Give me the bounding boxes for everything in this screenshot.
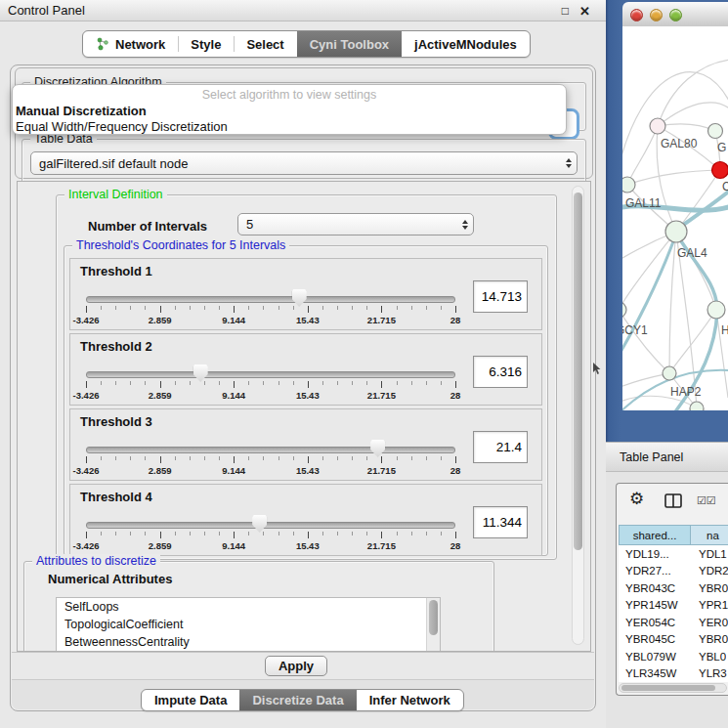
close-light[interactable] <box>630 9 643 21</box>
tab-discretize-data[interactable]: Discretize Data <box>239 690 356 710</box>
tick-mark <box>115 456 116 460</box>
threshold-value-input[interactable] <box>473 280 528 313</box>
apply-button[interactable]: Apply <box>265 656 327 676</box>
cell-shared-name: YPR145W <box>619 599 691 611</box>
cell-name: YBR0 <box>691 633 728 645</box>
threshold-slider-track[interactable] <box>86 371 455 378</box>
tick-mark <box>397 532 398 535</box>
network-node-gal11[interactable] <box>622 177 635 193</box>
tick-mark <box>219 532 220 535</box>
network-node[interactable] <box>690 402 704 410</box>
tick-mark <box>293 306 294 310</box>
table-row[interactable]: YDR27...YDR2 <box>619 563 728 580</box>
attribute-item-topologicalcoefficient[interactable]: TopologicalCoefficient <box>57 616 440 633</box>
number-of-intervals-combobox[interactable]: 5 <box>237 213 474 236</box>
threshold-value-input[interactable] <box>473 506 528 538</box>
table-row[interactable]: YLR345WYLR3 <box>619 665 728 683</box>
settings-gear-icon[interactable]: ⚙ <box>629 491 644 507</box>
threshold-slider-thumb[interactable] <box>292 289 307 307</box>
algorithm-option-manual[interactable]: Manual Discretization <box>13 104 566 119</box>
checkbox-options-icon[interactable]: ☑☑ <box>697 494 716 507</box>
tick-mark <box>293 381 294 385</box>
tab-select[interactable]: Select <box>234 31 296 57</box>
threshold-label: Threshold 2 <box>80 339 152 354</box>
tick-mark <box>175 456 176 460</box>
threshold-slider-track[interactable] <box>86 522 455 529</box>
tab-label: Impute Data <box>154 693 227 707</box>
numerical-attributes-list[interactable]: SelfLoopsTopologicalCoefficientBetweenne… <box>56 597 441 652</box>
attribute-item-betweennesscentrality[interactable]: BetweennessCentrality <box>57 633 440 651</box>
attributes-list-scrollbar-thumb[interactable] <box>429 600 438 635</box>
thresholds-group: Threshold's Coordinates for 5 Intervals … <box>64 245 548 556</box>
threshold-value-input[interactable] <box>473 431 528 463</box>
bottom-tabstrip: Impute DataDiscretize DataInfer Network <box>12 679 594 709</box>
tab-infer-network[interactable]: Infer Network <box>357 690 463 710</box>
algorithm-dropdown-popup: Select algorithm to view settings Manual… <box>12 84 567 135</box>
close-panel-icon[interactable]: ✕ <box>579 5 590 18</box>
tab-cyni-toolbox[interactable]: Cyni Toolbox <box>297 31 402 57</box>
float-window-icon[interactable]: □ <box>562 5 569 17</box>
tick-mark <box>381 306 382 313</box>
table-horizontal-scrollbar[interactable] <box>619 683 727 693</box>
cell-name: YDR2 <box>691 565 728 577</box>
tick-mark <box>397 306 398 310</box>
network-node-c[interactable] <box>712 162 728 179</box>
algorithm-option-equal-width[interactable]: Equal Width/Frequency Discretization <box>13 119 566 135</box>
tick-mark <box>381 456 382 463</box>
table-row[interactable]: YDL19...YDL1 <box>619 545 728 563</box>
settings-vertical-scrollbar-thumb[interactable] <box>574 193 582 550</box>
network-node-h[interactable] <box>707 301 725 319</box>
table-row[interactable]: YPR145WYPR1 <box>619 597 728 615</box>
network-node-gal4[interactable] <box>665 221 687 242</box>
threshold-value-input[interactable] <box>473 356 528 388</box>
threshold-slider-thumb[interactable] <box>193 364 208 382</box>
table-row[interactable]: YBR043CYBR0 <box>619 579 728 597</box>
table-panel-box: ⚙ ☑☑ shared... na YDL19...YDL1YDR27...YD… <box>616 483 728 696</box>
column-layout-icon[interactable] <box>664 493 682 508</box>
attribute-item-selfloops[interactable]: SelfLoops <box>57 598 440 616</box>
network-canvas[interactable]: GAL80GCGAL11GAL4GCY1HHAP2 <box>622 26 728 410</box>
cell-name: YDL1 <box>691 548 727 560</box>
tick-mark <box>234 456 235 463</box>
threshold-slider-tick-labels: -3.4262.8599.14415.4321.71528 <box>86 390 455 401</box>
table-data-combobox[interactable]: galFiltered.sif default node <box>30 151 578 175</box>
tick-mark <box>248 532 249 535</box>
tab-network[interactable]: Network <box>83 31 178 57</box>
network-window-titlebar[interactable] <box>622 2 728 27</box>
tick-mark <box>86 456 87 463</box>
tick-mark <box>278 381 279 385</box>
tick-mark <box>248 456 249 460</box>
tick-label: 9.144 <box>222 315 245 325</box>
tick-mark <box>145 381 146 385</box>
table-row[interactable]: YER054CYER0 <box>619 614 728 631</box>
threshold-slider-track[interactable] <box>86 296 455 303</box>
tab-label: Infer Network <box>369 693 450 707</box>
node-label-gcy1: GCY1 <box>622 323 648 337</box>
tab-jactivemnodules[interactable]: jActiveMNodules <box>402 31 530 57</box>
tick-mark <box>322 456 323 460</box>
table-horizontal-scrollbar-thumb[interactable] <box>621 685 715 691</box>
network-node-g[interactable] <box>708 124 723 139</box>
zoom-light[interactable] <box>669 9 682 21</box>
threshold-slider-track[interactable] <box>86 447 455 453</box>
threshold-slider-thumb[interactable] <box>252 515 267 533</box>
tab-style[interactable]: Style <box>178 31 234 57</box>
tick-mark <box>145 306 146 310</box>
attributes-list-scrollbar[interactable] <box>426 598 440 652</box>
minimize-light[interactable] <box>650 9 663 21</box>
threshold-slider-thumb[interactable] <box>370 440 385 457</box>
network-node-gcy1[interactable] <box>622 302 626 318</box>
spinner-arrows-icon <box>462 220 468 230</box>
settings-vertical-scrollbar[interactable] <box>572 186 584 645</box>
column-header-name[interactable]: na <box>691 525 728 545</box>
tab-impute-data[interactable]: Impute Data <box>142 690 239 710</box>
network-node-hap2[interactable] <box>663 366 676 380</box>
tick-mark <box>322 381 323 385</box>
cell-shared-name: YLR345W <box>619 667 691 679</box>
table-row[interactable]: YBL079WYBL0 <box>619 648 728 665</box>
tick-mark <box>115 381 116 385</box>
tick-mark <box>411 381 412 385</box>
column-header-shared-name[interactable]: shared... <box>619 525 691 545</box>
network-node-gal80[interactable] <box>650 118 665 134</box>
table-row[interactable]: YBR045CYBR0 <box>619 631 728 649</box>
